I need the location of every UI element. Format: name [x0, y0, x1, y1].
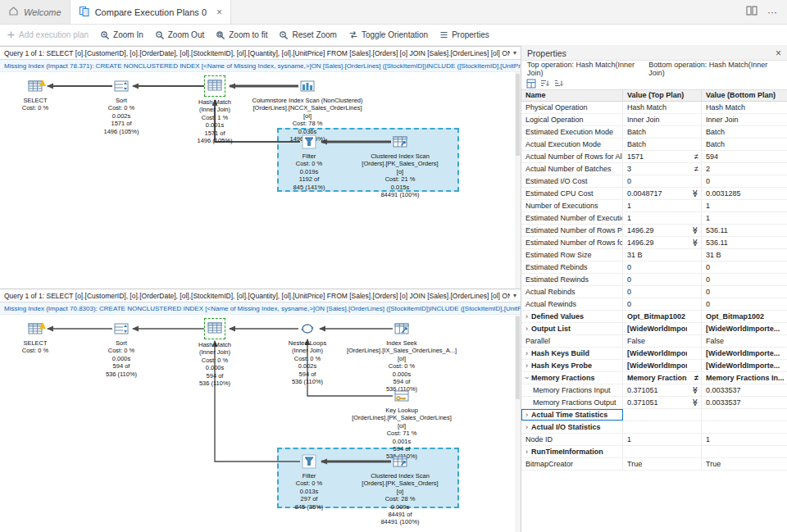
node-label: Filter Cost: 0 % 0.013s 297 of 845 (35%)	[280, 472, 338, 511]
property-row[interactable]: Estimated Rebinds00	[521, 261, 787, 274]
property-row[interactable]: Estimated CPU Cost0.0048717≫0.0031285	[521, 188, 787, 200]
node-sort[interactable]: Sort Cost: 0 % 0.000s 594 of 536 (110%)	[93, 321, 150, 378]
property-row[interactable]: Estimated Number of Executions11	[521, 212, 787, 225]
chevron-right-icon[interactable]: ›	[525, 325, 528, 333]
category-view-icon[interactable]	[526, 79, 536, 89]
property-name: Actual Execution Mode	[521, 139, 623, 150]
execution-plans-pane: Query 1 of 1: SELECT [o].[CustomerID], […	[0, 46, 521, 532]
node-select[interactable]: SELECT Cost: 0 %	[7, 79, 64, 112]
properties-table-body: Physical OperationHash MatchHash MatchLo…	[521, 102, 787, 532]
property-value-top: 0	[623, 261, 687, 273]
vertical-scrollbar[interactable]	[515, 72, 521, 289]
toggle-orientation-button[interactable]: Toggle Orientation	[348, 30, 428, 39]
node-label: Filter Cost: 0 % 0.019s 1192 of 845 (141…	[280, 152, 338, 191]
split-editor-icon[interactable]	[746, 6, 757, 18]
property-row[interactable]: Logical OperationInner JoinInner Join	[521, 114, 787, 126]
property-row[interactable]: Actual Execution ModeBatchBatch	[521, 139, 787, 151]
property-row[interactable]: ›Hash Keys Build[WideWorldImporters]...[…	[521, 348, 787, 360]
property-row[interactable]: Number of Executions11	[521, 200, 787, 212]
tab-compare-execution-plans[interactable]: Compare Execution Plans 0 ×	[71, 0, 231, 24]
node-nested-loops[interactable]: Nested Loops (Inner Join) Cost: 0 % 0.00…	[279, 321, 336, 385]
bottom-plan-canvas[interactable]: SELECT Cost: 0 % Sort Cost: 0 % 0.000s 5…	[0, 315, 521, 532]
chevron-down-icon[interactable]: ▾	[510, 292, 516, 299]
chevron-right-icon[interactable]: ›	[525, 361, 528, 370]
property-row[interactable]: Estimated I/O Cost00	[521, 175, 787, 188]
chevron-right-icon[interactable]: ›	[525, 349, 528, 357]
property-row[interactable]: Estimated Number of Rows Per Ex...1496.2…	[521, 225, 787, 237]
sort-ascending-icon[interactable]	[540, 79, 550, 89]
top-missing-index-bar[interactable]: Missing Index (Impact 78.371): CREATE NO…	[0, 60, 521, 72]
property-row[interactable]: Memory Fractions Output0.371051≫0.003353…	[521, 397, 787, 409]
chevron-down-icon[interactable]: ›	[523, 377, 531, 380]
scrollbar-thumb[interactable]	[516, 74, 520, 156]
chevron-right-icon[interactable]: ›	[525, 423, 528, 431]
property-row[interactable]: ParallelFalseFalse	[521, 335, 787, 348]
comparison-icon	[687, 323, 702, 334]
warning-icon	[39, 80, 46, 86]
chevron-down-icon[interactable]: ▾	[510, 49, 516, 57]
node-select[interactable]: SELECT Cost: 0 %	[7, 321, 64, 355]
chevron-right-icon[interactable]: ›	[525, 411, 528, 419]
property-row[interactable]: ›Memory FractionsMemory Fractions Inpu..…	[521, 372, 787, 384]
property-row[interactable]: ›Actual Time Statistics	[521, 409, 787, 421]
property-row[interactable]: Estimated Execution ModeBatchBatch	[521, 126, 787, 139]
reset-zoom-button[interactable]: Reset Zoom	[279, 30, 336, 40]
node-hash-match[interactable]: Hash Match (Inner Join) Cost: 0 % 0.000s…	[174, 318, 256, 387]
property-value-top: 0.0048717	[623, 188, 687, 199]
chevron-right-icon[interactable]: ›	[525, 312, 528, 321]
property-row[interactable]: ›RunTimeInformation	[521, 446, 787, 458]
node-sort[interactable]: Sort Cost: 0 % 0.002s 1571 of 1496 (105%…	[93, 79, 150, 135]
property-value-top: 1	[623, 212, 687, 224]
property-name: Estimated Number of Rows Per Ex...	[521, 225, 623, 236]
property-row[interactable]: BitmapCreatorTrueTrue	[521, 458, 787, 471]
property-row[interactable]: Estimated Row Size31 B31 B	[521, 249, 787, 261]
tab-welcome[interactable]: Welcome	[0, 0, 71, 24]
property-row[interactable]: Physical OperationHash MatchHash Match	[521, 102, 787, 114]
property-name: Actual Number of Batches	[521, 163, 623, 175]
vertical-scrollbar[interactable]	[515, 315, 521, 532]
add-execution-plan-button[interactable]: Add execution plan	[7, 30, 89, 39]
node-filter[interactable]: Filter Cost: 0 % 0.013s 297 of 845 (35%)	[280, 454, 338, 511]
sort-descending-icon[interactable]	[554, 79, 564, 89]
top-query-bar[interactable]: Query 1 of 1: SELECT [o].[CustomerID], […	[0, 46, 521, 60]
node-key-lookup[interactable]: Key Lookup [OrderLines].[PK_Sales_OrderL…	[340, 389, 463, 461]
chevron-right-icon[interactable]: ›	[525, 448, 528, 456]
property-row[interactable]: Actual Number of Batches3≠2	[521, 163, 787, 175]
property-name: Number of Executions	[521, 200, 623, 211]
zoom-to-fit-button[interactable]: Zoom to fit	[216, 30, 267, 40]
property-row[interactable]: ›Defined ValuesOpt_Bitmap1002Opt_Bitmap1…	[521, 311, 787, 323]
node-hash-match[interactable]: Hash Match (Inner Join) Cost: 1 % 0.001s…	[174, 75, 256, 144]
zoom-in-button[interactable]: Zoom In	[100, 30, 143, 40]
top-plan-canvas[interactable]: SELECT Cost: 0 % Sort Cost: 0 % 0.002s 1…	[0, 72, 521, 289]
property-value-top: 0.371051	[623, 384, 687, 396]
warning-icon	[39, 322, 46, 329]
property-row[interactable]: Memory Fractions Input0.371051≫0.0033537	[521, 384, 787, 397]
property-row[interactable]: Estimated Rewinds00	[521, 274, 787, 286]
tab-close-icon[interactable]: ×	[216, 7, 222, 18]
more-actions-icon[interactable]: ···	[767, 7, 777, 18]
property-row[interactable]: Node ID11	[521, 434, 787, 446]
node-clustered-index-scan[interactable]: Clustered Index Scan [Orders].[PK_Sales_…	[339, 134, 462, 198]
node-clustered-index-scan[interactable]: Clustered Index Scan [Orders].[PK_Sales_…	[339, 454, 462, 526]
property-name: Actual Number of Rows for All Ex...	[521, 151, 623, 162]
property-row[interactable]: Actual Number of Rows for All Ex...1571≠…	[521, 151, 787, 163]
scrollbar-thumb[interactable]	[516, 316, 520, 399]
property-row[interactable]: ›Hash Keys Probe[WideWorldImporters]...[…	[521, 360, 787, 372]
property-row[interactable]: ›Output List[WideWorldImporters]...[Wide…	[521, 323, 787, 335]
property-row[interactable]: ›Actual I/O Statistics	[521, 421, 787, 434]
property-row[interactable]: Actual Rewinds00	[521, 298, 787, 311]
tab-bar: Welcome Compare Execution Plans 0 × ···	[0, 0, 787, 25]
node-columnstore-index-scan[interactable]: Columnstore Index Scan (NonClustered) [O…	[246, 79, 369, 143]
properties-panel: Properties × Top operation: Hash Match(I…	[521, 46, 787, 532]
property-row[interactable]: Actual Rebinds00	[521, 286, 787, 298]
properties-button[interactable]: Properties	[439, 30, 489, 39]
node-index-seek[interactable]: Index Seek [OrderLines].[IX_Sales_OrderL…	[340, 321, 463, 393]
bottom-missing-index-bar[interactable]: Missing Index (Impact 70.8303): CREATE N…	[0, 302, 521, 315]
property-row[interactable]: Estimated Number of Rows for All...1496.…	[521, 237, 787, 249]
zoom-out-button[interactable]: Zoom Out	[155, 30, 204, 40]
columnstore-index-scan-icon	[300, 79, 315, 93]
bottom-query-bar[interactable]: Query 1 of 1: SELECT [o].[CustomerID], […	[0, 289, 521, 302]
node-filter[interactable]: Filter Cost: 0 % 0.019s 1192 of 845 (141…	[280, 134, 338, 191]
hash-match-icon	[207, 321, 222, 335]
close-icon[interactable]: ×	[776, 48, 781, 59]
